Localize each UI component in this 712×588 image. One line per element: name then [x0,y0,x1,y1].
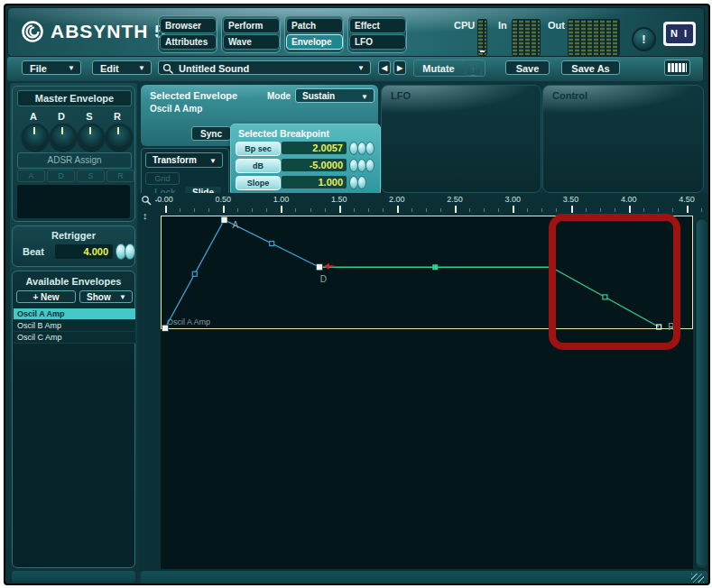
adsr-assign-a-button[interactable]: A [17,170,45,182]
editor-footer [141,571,707,584]
adsr-assign-display [17,185,130,218]
menubar: File▼ Edit▼ Untitled Sound ▼ ◀ ▶ Mutate … [7,57,703,81]
mutate-button[interactable]: Mutate [416,61,461,76]
sustain-knob[interactable] [78,124,105,151]
envelope-list-item[interactable]: Oscil C Amp [14,332,135,344]
search-icon [162,63,174,75]
keyboard-keys-icon [668,63,687,72]
highlight-rectangle [549,214,680,350]
resize-grip[interactable] [691,574,704,583]
input-meter [512,19,541,56]
nav-lfo-button[interactable]: LFO [349,34,406,50]
nav-patch-button[interactable]: Patch [286,18,343,33]
nav-envelope-button[interactable]: Envelope [286,34,343,50]
db-button[interactable]: dB [236,159,281,173]
slope-gem[interactable] [357,176,366,189]
chevron-down-icon: ▼ [357,61,365,76]
next-sound-button[interactable]: ▶ [393,60,406,75]
retrigger-panel: Retrigger Beat 4.000 [12,225,135,267]
sync-button[interactable]: Sync [191,126,231,141]
chevron-down-icon: ▼ [209,154,217,168]
chevron-down-icon: ▼ [361,90,368,104]
nav-perform-button[interactable]: Perform [223,18,280,33]
envelope-breakpoint[interactable] [316,264,322,271]
nav-browser-button[interactable]: Browser [160,18,217,33]
beat-gem-down[interactable] [125,243,135,260]
adsr-assign-d-button[interactable]: D [47,170,75,182]
bp-sec-button[interactable]: Bp sec [236,142,281,156]
mode-dropdown[interactable]: Sustain▼ [295,88,374,103]
envelope-list-item[interactable]: Oscil B Amp [14,320,135,332]
sound-selector[interactable]: Untitled Sound ▼ [158,60,371,75]
decay-knob[interactable] [50,124,77,151]
attack-knob[interactable] [22,124,49,151]
bp-sec-value[interactable]: 2.0057 [282,142,347,154]
sidebar: Master Envelope A D S R ADSR Assign A D … [10,83,137,583]
output-meter [568,19,620,56]
knob-label-s: S [80,111,98,122]
beat-label: Beat [23,246,44,257]
envelope-midpoint[interactable] [432,264,438,270]
nav-attributes-button[interactable]: Attributes [160,34,217,50]
envelope-breakpoint[interactable] [221,216,227,223]
mutate-group: Mutate ↑ [413,60,485,77]
nav-group-perform: Perform Wave [221,15,281,53]
show-dropdown[interactable]: Show▼ [79,290,133,303]
edit-menu[interactable]: Edit▼ [92,60,152,75]
selected-breakpoint-arrow-icon[interactable] [324,263,329,270]
envelope-midpoint[interactable] [192,271,197,276]
retrigger-title: Retrigger [13,230,134,241]
selected-breakpoint-panel: Selected Breakpoint Bp sec 2.0057 dB -5.… [230,124,381,196]
envelope-midpoint[interactable] [270,242,274,246]
lfo-panel-title: LFO [391,90,411,101]
slope-button[interactable]: Slope [236,176,281,190]
transform-dropdown[interactable]: Transform▼ [145,152,223,168]
selected-breakpoint-title: Selected Breakpoint [238,128,329,139]
db-gem[interactable] [365,159,374,172]
selected-envelope-title: Selected Envelope [150,90,237,101]
adsr-assign-title: ADSR Assign [17,152,132,169]
beat-value-field[interactable]: 4.000 [55,244,113,259]
control-panel: Control [542,85,704,193]
release-knob[interactable] [106,124,133,151]
master-envelope-title: Master Envelope [17,90,132,106]
new-envelope-button[interactable]: + New [16,290,76,303]
ni-logo[interactable]: N I [663,22,696,46]
mode-label: Mode [267,91,291,101]
envelope-editor: ← ↕ 0.000.501.001.502.002.503.003.504.00… [138,193,708,572]
slope-value[interactable]: 1.000 [282,176,347,188]
nav-wave-button[interactable]: Wave [223,34,280,50]
titlebar: ABSYNTH 5 Browser Attributes Perform Wav… [7,7,705,57]
sound-name: Untitled Sound [179,63,249,74]
envelope-breakpoint[interactable] [162,325,169,331]
cpu-meter [477,19,487,56]
sidebar-footer [12,571,135,583]
chevron-down-icon: ▼ [119,291,126,304]
in-label: In [498,20,507,31]
available-envelopes-title: Available Envelopes [13,276,134,287]
selected-envelope-name: Oscil A Amp [150,104,202,114]
app-logo: ABSYNTH 5 [21,20,166,43]
breakpoint-label: A [233,220,239,230]
absynth-logo-icon [21,20,44,43]
save-as-button[interactable]: Save As [561,60,620,75]
save-button[interactable]: Save [505,60,550,75]
mutate-history-icon[interactable]: ↑ [465,61,482,76]
virtual-keyboard-button[interactable] [664,60,690,76]
nav-effect-button[interactable]: Effect [349,18,406,33]
available-envelopes-panel: Available Envelopes + New Show▼ Oscil A … [12,271,135,568]
adsr-assign-r-button[interactable]: R [106,170,134,182]
envelope-list-item[interactable]: Oscil A Amp [14,308,135,320]
control-panel-title: Control [552,90,587,101]
bp-sec-gem[interactable] [365,142,374,155]
breakpoint-label: D [320,274,327,284]
file-menu[interactable]: File▼ [22,60,81,75]
db-value[interactable]: -5.0000 [282,159,347,171]
absynth-window: ABSYNTH 5 Browser Attributes Perform Wav… [4,4,710,585]
master-envelope-panel: Master Envelope A D S R ADSR Assign A D … [12,86,135,222]
alert-button[interactable]: ! [632,27,656,51]
grid-button[interactable]: Grid [145,172,180,185]
nav-group-browser: Browser Attributes [158,15,217,53]
adsr-assign-s-button[interactable]: S [77,170,105,182]
prev-sound-button[interactable]: ◀ [378,60,391,75]
